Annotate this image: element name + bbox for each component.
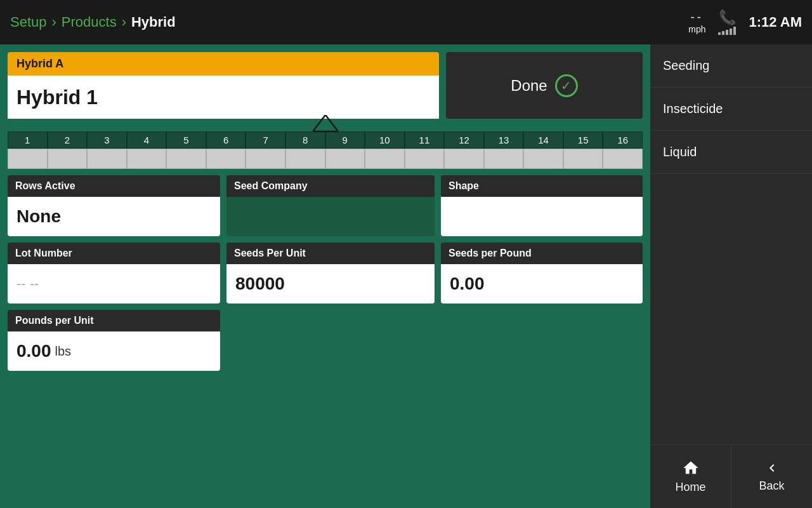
row-number-16[interactable]: 16 <box>603 131 643 149</box>
pounds-per-unit-number: 0.00 <box>16 341 51 361</box>
back-icon <box>764 460 780 476</box>
breadcrumb-products[interactable]: Products <box>62 14 117 30</box>
sidebar-bottom: Home Back <box>650 444 812 508</box>
form-row-3: Pounds per Unit 0.00 lbs <box>8 310 643 371</box>
hybrid-name-value[interactable]: Hybrid 1 <box>8 76 439 119</box>
row-number-6[interactable]: 6 <box>206 131 246 149</box>
row-box-1[interactable] <box>8 149 48 169</box>
row-number-7[interactable]: 7 <box>246 131 285 149</box>
phone-icon: 📞 <box>719 10 736 26</box>
row-box-13[interactable] <box>484 149 524 169</box>
done-label: Done <box>511 77 547 95</box>
row-box-14[interactable] <box>523 149 563 169</box>
seed-company-label: Seed Company <box>226 175 435 197</box>
row-box-6[interactable] <box>206 149 246 169</box>
hybrid-tab[interactable]: Hybrid A <box>8 52 439 76</box>
signal-bars <box>718 26 736 35</box>
row-selector-container: 12345678910111213141516 <box>8 131 643 169</box>
done-button[interactable]: Done ✓ <box>446 52 643 119</box>
shape-value <box>441 197 643 236</box>
speed-unit: mph <box>688 24 705 34</box>
home-label: Home <box>675 481 705 494</box>
sidebar-item-seeding[interactable]: Seeding <box>650 44 812 88</box>
rows-active-label: Rows Active <box>8 175 220 197</box>
row-box-4[interactable] <box>127 149 167 169</box>
row-box-5[interactable] <box>166 149 206 169</box>
seeds-per-pound-label: Seeds per Pound <box>441 243 643 264</box>
rows-active-value: None <box>8 197 220 236</box>
home-button[interactable]: Home <box>650 445 731 508</box>
row-box-8[interactable] <box>285 149 325 169</box>
row-number-3[interactable]: 3 <box>87 131 127 149</box>
top-bar: Setup › Products › Hybrid -- mph 📞 1:12 … <box>0 0 812 44</box>
row-box-16[interactable] <box>603 149 643 169</box>
speed-value: -- <box>691 11 704 24</box>
row-number-5[interactable]: 5 <box>166 131 206 149</box>
home-icon <box>682 459 700 477</box>
pounds-per-unit-value: 0.00 lbs <box>8 331 220 371</box>
breadcrumb-current: Hybrid <box>131 14 176 30</box>
bar-4 <box>730 29 732 35</box>
seeds-per-unit-value: 80000 <box>226 264 435 304</box>
seeds-per-pound-field[interactable]: Seeds per Pound 0.00 <box>441 243 643 304</box>
row-number-14[interactable]: 14 <box>523 131 563 149</box>
row-number-9[interactable]: 9 <box>325 131 365 149</box>
row-number-15[interactable]: 15 <box>563 131 603 149</box>
breadcrumb: Setup › Products › Hybrid <box>10 14 176 30</box>
seed-company-field[interactable]: Seed Company <box>226 175 435 236</box>
row-box-11[interactable] <box>405 149 445 169</box>
svg-line-1 <box>325 115 338 131</box>
row-number-4[interactable]: 4 <box>127 131 167 149</box>
seed-company-value <box>226 197 435 236</box>
pounds-per-unit-unit: lbs <box>55 344 72 359</box>
row-box-3[interactable] <box>87 149 127 169</box>
row-number-10[interactable]: 10 <box>365 131 405 149</box>
seeds-per-unit-label: Seeds Per Unit <box>226 243 435 264</box>
row-boxes <box>8 149 643 169</box>
shape-field[interactable]: Shape <box>441 175 643 236</box>
row-box-15[interactable] <box>563 149 603 169</box>
row-number-1[interactable]: 1 <box>8 131 48 149</box>
content-area: Hybrid A Hybrid 1 Done ✓ 123456789101112… <box>0 44 650 508</box>
seeds-per-pound-value: 0.00 <box>441 264 643 304</box>
back-button[interactable]: Back <box>731 445 812 508</box>
sidebar-spacer <box>650 174 812 444</box>
row-box-2[interactable] <box>48 149 88 169</box>
rows-active-field[interactable]: Rows Active None <box>8 175 220 236</box>
back-label: Back <box>759 479 784 493</box>
svg-line-0 <box>313 115 325 131</box>
breadcrumb-sep-2: › <box>122 14 126 30</box>
seeds-per-unit-field[interactable]: Seeds Per Unit 80000 <box>226 243 435 304</box>
main-area: Hybrid A Hybrid 1 Done ✓ 123456789101112… <box>0 44 812 508</box>
row-numbers: 12345678910111213141516 <box>8 131 643 149</box>
row-number-2[interactable]: 2 <box>48 131 88 149</box>
sidebar-item-insecticide[interactable]: Insecticide <box>650 88 812 131</box>
lot-number-value: -- -- <box>8 264 220 304</box>
signal-icon: 📞 <box>718 10 736 35</box>
breadcrumb-sep-1: › <box>52 14 56 30</box>
sidebar-item-liquid[interactable]: Liquid <box>650 131 812 174</box>
row-number-13[interactable]: 13 <box>484 131 524 149</box>
row-box-12[interactable] <box>444 149 484 169</box>
right-sidebar: Seeding Insecticide Liquid Home Back <box>650 44 812 508</box>
row-number-11[interactable]: 11 <box>405 131 445 149</box>
hybrid-card: Hybrid A Hybrid 1 Done ✓ <box>8 52 643 119</box>
breadcrumb-setup[interactable]: Setup <box>10 14 47 30</box>
shape-label: Shape <box>441 175 643 197</box>
time-display: 1:12 AM <box>749 14 802 30</box>
lot-number-field[interactable]: Lot Number -- -- <box>8 243 220 304</box>
row-number-12[interactable]: 12 <box>444 131 484 149</box>
pounds-per-unit-field[interactable]: Pounds per Unit 0.00 lbs <box>8 310 220 371</box>
done-check-icon: ✓ <box>555 74 578 97</box>
form-row-2: Lot Number -- -- Seeds Per Unit 80000 Se… <box>8 243 643 304</box>
row-box-9[interactable] <box>325 149 365 169</box>
row-box-7[interactable] <box>246 149 285 169</box>
form-row-1: Rows Active None Seed Company Shape <box>8 175 643 236</box>
row-number-8[interactable]: 8 <box>285 131 325 149</box>
bar-1 <box>718 32 721 35</box>
speed-indicator: -- mph <box>688 11 705 34</box>
row-box-10[interactable] <box>365 149 405 169</box>
bar-3 <box>726 30 728 35</box>
bar-5 <box>733 27 736 35</box>
top-right-indicators: -- mph 📞 1:12 AM <box>688 10 802 35</box>
